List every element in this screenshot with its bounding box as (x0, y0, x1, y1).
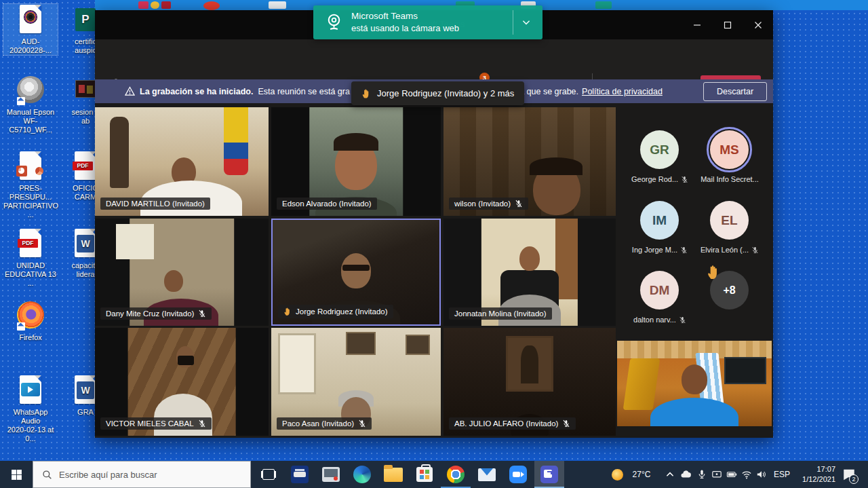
taskbar-app-chrome[interactable] (441, 461, 471, 488)
wifi-tray-icon[interactable] (739, 461, 754, 488)
video-frame (406, 335, 430, 355)
microphone-tray-icon[interactable] (694, 461, 709, 488)
photo-thumbnail-icon (75, 80, 97, 98)
participant-name-label: VICTOR MIELES CABAL (100, 417, 212, 430)
avatar-mail-info[interactable]: MS (710, 130, 749, 169)
start-button[interactable] (0, 461, 33, 488)
background-favicon (161, 1, 171, 9)
background-favicon (203, 1, 220, 10)
raised-hand-icon (361, 88, 371, 99)
video-thumbnail-icon (21, 383, 40, 396)
video-tile-jorge-rodriguez[interactable]: Jorge Rodriguez (Invitado) (271, 219, 441, 326)
toast-message: está usando la cámara web (351, 23, 459, 33)
desktop-icon-pres-presupu[interactable]: PRES-PRESUPU... PARTICIPATIVO ... (3, 151, 58, 219)
desktop-icon-firefox[interactable]: Firefox (3, 300, 58, 342)
participant-name-label: DAVID MARTILLO (Invitado) (100, 198, 210, 210)
maximize-button[interactable] (712, 10, 743, 39)
chevron-down-icon[interactable] (521, 17, 532, 28)
edge-icon (353, 466, 371, 483)
weather-temp[interactable]: 27°C (627, 461, 656, 488)
dismiss-button[interactable]: Descartar (703, 82, 767, 101)
publisher-file-icon: P (75, 8, 96, 31)
weather-icon[interactable] (610, 461, 624, 488)
video-frame (617, 341, 772, 358)
chrome-icon (447, 466, 465, 483)
device-tray-icon[interactable] (709, 461, 724, 488)
video-tile-edson-alvarado[interactable]: Edson Alvarado (Invitado) (271, 107, 441, 216)
toast-app-name: Microsoft Teams (351, 11, 418, 21)
video-tile-julio-alfaro[interactable]: AB. JULIO ALFARO (Invitado) (443, 328, 616, 436)
video-frame (555, 219, 578, 299)
desktop-icon-label: PRES-PRESUPU... (3, 184, 58, 202)
video-tile-jonnatan-molina[interactable]: Jonnatan Molina (Invitado) (443, 219, 616, 326)
pdf-icon: PDF (18, 239, 38, 248)
sun-icon (612, 469, 623, 481)
participant-name-label: Jorge Rodriguez (Invitado) (278, 305, 393, 318)
taskbar-app-explorer[interactable] (378, 461, 408, 488)
mic-off-icon (680, 246, 688, 254)
tray-expand-button[interactable] (663, 461, 677, 488)
avatar-dalton[interactable]: DM (640, 271, 679, 309)
privacy-policy-link[interactable]: Política de privacidad (582, 87, 663, 96)
battery-tray-icon[interactable] (724, 461, 739, 488)
search-input[interactable]: Escribe aquí para buscar (33, 461, 251, 488)
taskbar-app-epson-scan[interactable] (285, 461, 315, 488)
video-frame (650, 398, 738, 426)
taskbar-app-zoom[interactable] (503, 461, 533, 488)
avatar-ing-jorge[interactable]: IM (640, 201, 679, 240)
camera-usage-toast[interactable]: Microsoft Teams está usando la cámara we… (313, 5, 542, 39)
desktop-icon-unidad-educativa[interactable]: PDF UNIDAD EDUCATIVA 13 ... (3, 228, 58, 288)
close-button[interactable] (743, 10, 773, 39)
mic-off-icon (562, 419, 570, 428)
taskbar-app-edge[interactable] (347, 461, 377, 488)
taskbar-app-teams[interactable] (534, 461, 564, 488)
face-mask-shape (178, 356, 194, 365)
video-tile-david-martillo[interactable]: DAVID MARTILLO (Invitado) (95, 107, 269, 216)
date: 1/12/2021 (795, 474, 835, 485)
desktop-icon-label: PARTICIPATIVO ... (3, 202, 58, 219)
word-file-icon: W (77, 235, 94, 252)
video-frame (341, 253, 371, 288)
participant-name-label: Edson Alvarado (Invitado) (277, 198, 377, 210)
banner-text-left: Esta reunión se está gra (258, 87, 350, 96)
desktop-icon-whatsapp-audio[interactable]: WhatsApp Audio 2020-02-13 at 0... (3, 375, 58, 443)
taskbar-app-mail[interactable] (472, 461, 502, 488)
file-explorer-icon (384, 468, 403, 482)
pie-chart-icon (35, 167, 43, 175)
mic-off-icon (198, 309, 206, 318)
roster-name: dalton narv... (618, 316, 702, 324)
desktop-screen: AUD-20200228-... Manual Epson WF-C5710_W… (0, 0, 868, 488)
desktop-icon-label: WhatsApp Audio (3, 408, 58, 426)
video-frame (521, 345, 538, 383)
minimize-button[interactable] (682, 10, 712, 39)
avatar-george[interactable]: GR (640, 130, 679, 169)
desktop-icon-aud[interactable]: AUD-20200228-... (3, 4, 58, 55)
taskbar-app-capture[interactable] (316, 461, 346, 488)
teams-meeting-window: Microsoft Teams --:-- 3 Salir (95, 10, 773, 438)
self-video-tile[interactable] (617, 341, 772, 426)
language-indicator[interactable]: ESP (772, 461, 792, 488)
screen-capture-icon (322, 467, 340, 482)
onedrive-tray-icon[interactable] (678, 461, 693, 488)
webcam-icon (325, 13, 343, 31)
video-tile-paco-asan[interactable]: Paco Asan (Invitado) (271, 328, 441, 436)
clock[interactable]: 17:07 1/12/2021 (795, 464, 835, 485)
video-tile-wilson[interactable]: wilson (Invitado) (443, 107, 616, 216)
video-tile-dany-mite-cruz[interactable]: Dany Mite Cruz (Invitado) (95, 219, 269, 326)
tooltip-text: Jorge Rodriguez (Invitado) y 2 más (377, 88, 514, 98)
banner-bold-text: La grabación se ha iniciado. (140, 87, 253, 96)
video-frame (224, 107, 248, 175)
raised-hands-tooltip: Jorge Rodriguez (Invitado) y 2 más (351, 81, 524, 105)
avatar-elvira[interactable]: EL (710, 201, 749, 240)
desktop-icon-manual-epson[interactable]: Manual Epson WF-C5710_WF... (3, 75, 58, 134)
avatar-overflow[interactable]: +8 (710, 271, 749, 309)
desktop-icon-label: EDUCATIVA 13 ... (3, 270, 58, 288)
windows-logo-icon (11, 469, 22, 481)
task-view-button[interactable] (255, 461, 282, 488)
video-frame (334, 133, 378, 151)
taskbar-app-store[interactable] (410, 461, 439, 488)
video-frame (110, 117, 129, 188)
video-tile-victor-mieles[interactable]: VICTOR MIELES CABAL (95, 328, 269, 436)
volume-tray-icon[interactable] (754, 461, 769, 488)
raised-hand-icon (283, 307, 292, 316)
